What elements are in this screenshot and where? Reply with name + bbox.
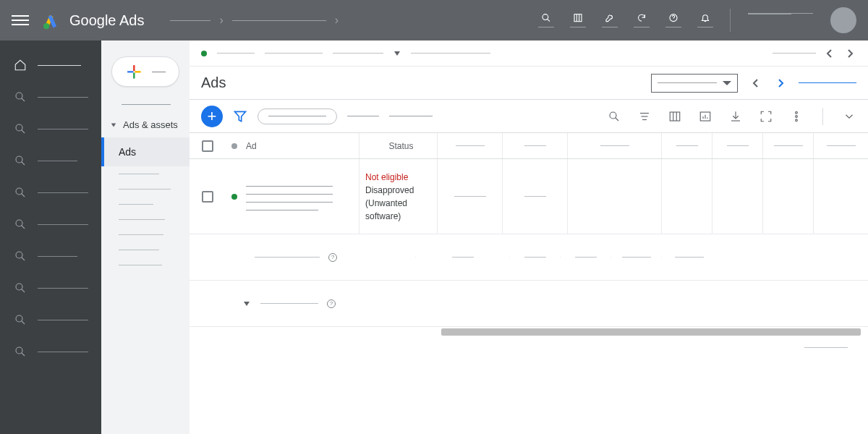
data-cell bbox=[661, 159, 712, 234]
sidebar-item[interactable] bbox=[101, 166, 190, 182]
svg-line-34 bbox=[616, 117, 619, 121]
create-button[interactable] bbox=[111, 56, 179, 87]
nav-item[interactable] bbox=[0, 240, 101, 272]
reports-icon[interactable] bbox=[698, 109, 712, 124]
svg-marker-30 bbox=[111, 123, 116, 127]
columns-icon[interactable] bbox=[668, 109, 682, 124]
avatar[interactable] bbox=[830, 7, 856, 33]
toolbar-link[interactable] bbox=[347, 116, 379, 116]
scope-chip[interactable] bbox=[411, 53, 490, 54]
nav-item[interactable] bbox=[0, 176, 101, 208]
nav-item[interactable] bbox=[0, 81, 101, 113]
column-header[interactable] bbox=[437, 133, 502, 158]
menu-icon[interactable] bbox=[12, 12, 29, 29]
date-range[interactable] bbox=[773, 53, 816, 54]
content-area: Ads + bbox=[190, 41, 868, 434]
sidebar-item[interactable] bbox=[101, 182, 190, 197]
search-icon bbox=[13, 185, 27, 200]
scope-bar bbox=[190, 41, 868, 67]
sidebar-section-ads-assets[interactable]: Ads & assets bbox=[101, 112, 190, 137]
sidebar-item[interactable] bbox=[101, 258, 190, 273]
search-icon[interactable] bbox=[539, 13, 553, 27]
breadcrumb-segment[interactable] bbox=[232, 20, 326, 21]
column-header-status[interactable]: Status bbox=[359, 133, 437, 158]
data-cell bbox=[813, 159, 868, 234]
horizontal-scrollbar[interactable] bbox=[190, 327, 868, 337]
sidebar-item[interactable] bbox=[101, 227, 190, 242]
brand-logo[interactable]: Google Ads bbox=[41, 10, 144, 30]
svg-point-48 bbox=[796, 115, 798, 117]
select-all-checkbox[interactable] bbox=[202, 140, 213, 152]
info-icon[interactable]: ? bbox=[327, 299, 336, 308]
scope-chip[interactable] bbox=[265, 53, 323, 54]
toolbar-link[interactable] bbox=[389, 116, 433, 116]
expandable-row[interactable]: ? bbox=[190, 281, 868, 327]
nav-item[interactable] bbox=[0, 336, 101, 367]
column-header[interactable] bbox=[762, 133, 813, 158]
filter-icon[interactable] bbox=[233, 109, 247, 124]
sidebar-item[interactable] bbox=[101, 212, 190, 227]
scope-chip[interactable] bbox=[217, 53, 255, 54]
view-select[interactable] bbox=[651, 74, 738, 93]
expand-icon[interactable] bbox=[759, 109, 773, 124]
chevron-down-icon bbox=[243, 297, 250, 310]
next-arrow-icon[interactable] bbox=[843, 47, 856, 60]
column-header[interactable] bbox=[502, 133, 567, 158]
plus-colored-icon bbox=[125, 63, 143, 81]
search-icon bbox=[13, 344, 27, 359]
google-ads-logo-icon bbox=[41, 10, 61, 30]
more-icon[interactable] bbox=[789, 109, 804, 124]
row-label bbox=[260, 303, 318, 304]
data-cell bbox=[712, 159, 762, 234]
search-icon[interactable] bbox=[607, 109, 621, 124]
section-label: Ads & assets bbox=[123, 119, 178, 130]
svg-point-47 bbox=[796, 111, 798, 114]
download-icon[interactable] bbox=[728, 109, 743, 124]
nav-item[interactable] bbox=[0, 208, 101, 240]
prev-arrow-icon[interactable] bbox=[749, 77, 762, 90]
next-arrow-icon[interactable] bbox=[774, 77, 787, 90]
info-icon[interactable]: ? bbox=[328, 253, 337, 262]
header-link[interactable] bbox=[799, 82, 856, 83]
sidebar-item[interactable] bbox=[101, 97, 190, 112]
column-header[interactable] bbox=[813, 133, 868, 158]
notifications-icon[interactable] bbox=[698, 13, 712, 27]
nav-item[interactable] bbox=[0, 145, 101, 176]
tools-icon[interactable] bbox=[603, 13, 617, 27]
ad-cell[interactable] bbox=[243, 183, 359, 210]
svg-line-2 bbox=[548, 19, 550, 21]
data-cell bbox=[661, 257, 716, 258]
data-cell bbox=[437, 159, 502, 234]
chevron-down-icon[interactable] bbox=[842, 109, 856, 124]
help-icon[interactable] bbox=[666, 13, 681, 27]
table-row[interactable]: Not eligible Disapproved (Unwanted softw… bbox=[190, 159, 868, 234]
row-checkbox[interactable] bbox=[202, 191, 213, 203]
search-icon bbox=[13, 122, 27, 136]
nav-item[interactable] bbox=[0, 304, 101, 336]
refresh-icon[interactable] bbox=[634, 13, 649, 27]
sidebar-item-ads-active[interactable]: Ads bbox=[101, 137, 190, 166]
table-toolbar: + bbox=[190, 100, 868, 133]
primary-nav bbox=[0, 41, 101, 434]
column-header[interactable] bbox=[661, 133, 712, 158]
column-header[interactable] bbox=[567, 133, 661, 158]
column-header-ad[interactable]: Ad bbox=[243, 141, 359, 151]
nav-item[interactable] bbox=[0, 272, 101, 304]
nav-item-home[interactable] bbox=[0, 49, 101, 81]
top-bar: Google Ads › › bbox=[0, 0, 868, 41]
svg-line-19 bbox=[22, 258, 25, 261]
prev-arrow-icon[interactable] bbox=[823, 47, 836, 60]
nav-item[interactable] bbox=[0, 113, 101, 145]
add-button[interactable]: + bbox=[201, 106, 223, 127]
scope-chip[interactable] bbox=[333, 53, 383, 54]
search-icon bbox=[13, 312, 27, 327]
breadcrumb-segment[interactable] bbox=[170, 20, 210, 21]
reports-icon[interactable] bbox=[571, 13, 585, 27]
chevron-down-icon[interactable] bbox=[393, 50, 401, 57]
svg-line-13 bbox=[22, 162, 25, 166]
sidebar-item[interactable] bbox=[101, 197, 190, 212]
column-header[interactable] bbox=[712, 133, 762, 158]
segment-icon[interactable] bbox=[637, 109, 652, 124]
sidebar-item[interactable] bbox=[101, 242, 190, 258]
filter-chip[interactable] bbox=[258, 109, 337, 124]
